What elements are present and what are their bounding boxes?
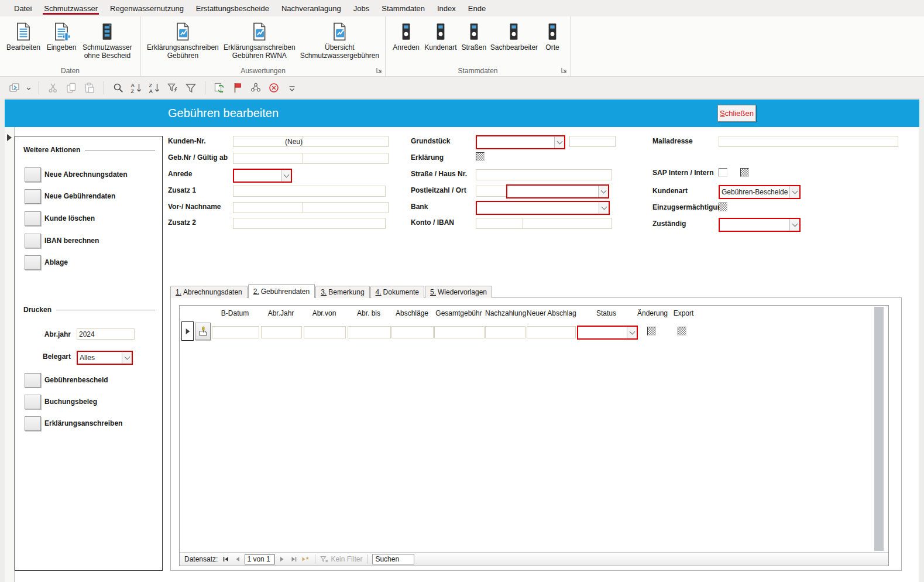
abr-bis-cell[interactable] xyxy=(348,326,391,338)
geb-nr-field[interactable] xyxy=(233,153,305,164)
tab-wiedervorlagen[interactable]: 5.Wiedervorlagen xyxy=(425,286,492,298)
cut-icon[interactable] xyxy=(47,81,60,94)
erklaerungsanschreiben-button[interactable] xyxy=(25,416,41,431)
bank-combobox[interactable] xyxy=(476,201,610,215)
nachzahlung-cell[interactable] xyxy=(485,326,525,338)
export-checkbox[interactable] xyxy=(678,327,686,335)
ablage-button[interactable] xyxy=(25,255,41,270)
zusatz2-field[interactable] xyxy=(233,218,386,229)
grundstueck-combobox[interactable] xyxy=(476,135,565,149)
chevron-down-icon[interactable] xyxy=(789,219,799,231)
nachname-field[interactable] xyxy=(303,202,389,213)
close-button[interactable]: Schließen xyxy=(717,105,756,122)
eingeben-button[interactable]: Eingeben xyxy=(43,19,80,53)
schmutzwasser-ohne-bescheid-button[interactable]: Schmutzwasserohne Bescheid xyxy=(80,19,135,61)
abr-jahr-field[interactable]: 2024 xyxy=(77,328,135,340)
new-record-button[interactable] xyxy=(301,554,310,564)
zusatz1-field[interactable] xyxy=(233,186,386,197)
pin-row-button[interactable] xyxy=(195,323,211,340)
tab-dokumente[interactable]: 4.Dokumente xyxy=(370,286,424,298)
tab-gebuehrendaten[interactable]: 2.Gebührendaten xyxy=(248,284,315,298)
gueltig-ab-field[interactable] xyxy=(303,153,389,164)
b-datum-cell[interactable] xyxy=(212,326,259,338)
kundenart-button[interactable]: Kundenart xyxy=(423,19,458,53)
neuer-abschlag-cell[interactable] xyxy=(527,326,576,338)
kunden-nr-field[interactable]: (Neu) xyxy=(233,136,305,147)
chevron-down-icon[interactable] xyxy=(281,170,291,182)
filter-status[interactable]: Kein Filter xyxy=(320,555,362,563)
menu-item-nachveranlagung[interactable]: Nachveranlagung xyxy=(280,2,342,15)
menu-item-index[interactable]: Index xyxy=(436,2,457,15)
abschlaege-cell[interactable] xyxy=(391,326,434,338)
uebersicht-schmutzwassergebuehren-button[interactable]: ÜbersichtSchmutzwassergebühren xyxy=(298,19,382,61)
last-record-button[interactable] xyxy=(289,554,298,564)
more-commands-icon[interactable] xyxy=(286,81,298,94)
horizontal-scrollbar[interactable] xyxy=(417,553,888,566)
erklaerungsanschreiben-gebuehren-button[interactable]: ErklärungsanschreibenGebühren xyxy=(145,19,221,61)
previous-record-button[interactable] xyxy=(233,554,242,564)
grundstueck-nr-field[interactable] xyxy=(569,136,616,147)
neue-gebuehrendaten-button[interactable] xyxy=(25,189,41,204)
cancel-icon[interactable] xyxy=(267,81,280,94)
menu-item-schmutzwasser[interactable]: Schmutzwasser xyxy=(43,2,99,15)
dependencies-icon[interactable] xyxy=(249,81,262,94)
strasse-field[interactable] xyxy=(476,169,612,180)
copy-icon[interactable] xyxy=(65,81,78,94)
menu-item-regenwassernutzung[interactable]: Regenwassernutzung xyxy=(109,2,185,15)
erklaerung-checkbox[interactable] xyxy=(476,152,485,161)
flag-icon[interactable] xyxy=(231,81,244,94)
sort-ascending-icon[interactable] xyxy=(130,81,143,94)
vorname-field[interactable] xyxy=(233,202,304,213)
chevron-down-icon[interactable] xyxy=(599,202,609,214)
anrede-combobox[interactable] xyxy=(233,169,292,183)
record-search-input[interactable]: Suchen xyxy=(372,554,414,564)
paste-icon[interactable] xyxy=(83,81,96,94)
row-selector[interactable] xyxy=(181,321,194,341)
dialog-launcher-icon[interactable] xyxy=(376,67,383,74)
sap-intern-checkbox[interactable] xyxy=(719,168,727,177)
aenderung-checkbox[interactable] xyxy=(647,327,656,335)
orte-button[interactable]: Orte xyxy=(538,19,566,53)
chevron-down-icon[interactable] xyxy=(789,186,799,198)
first-record-button[interactable] xyxy=(221,554,231,564)
chevron-down-icon[interactable] xyxy=(598,186,608,197)
kunde-loeschen-button[interactable] xyxy=(25,211,41,226)
next-record-button[interactable] xyxy=(277,554,287,564)
plz-field[interactable] xyxy=(476,186,509,197)
buchungsbeleg-button[interactable] xyxy=(25,395,41,409)
chevron-down-icon[interactable] xyxy=(122,352,132,364)
belegart-combobox[interactable]: Alles xyxy=(77,351,133,365)
filter-advanced-icon[interactable] xyxy=(166,81,179,94)
sachbearbeiter-button[interactable]: Sachbearbeiter xyxy=(490,19,538,53)
bearbeiten-button[interactable]: Bearbeiten xyxy=(4,19,43,53)
menu-item-erstattungsbescheide[interactable]: Erstattungsbescheide xyxy=(195,2,270,15)
chevron-down-icon[interactable] xyxy=(554,136,564,148)
gesamtgebuehr-cell[interactable] xyxy=(434,326,485,338)
chevron-down-icon[interactable] xyxy=(26,83,31,93)
einzugsermaechtigung-checkbox[interactable] xyxy=(719,203,727,211)
strassen-button[interactable]: Straßen xyxy=(458,19,490,53)
erklaerungsanschreiben-rwna-button[interactable]: ErklärungsanschreibenGebühren RWNA xyxy=(221,19,298,61)
neue-abrechnungsdaten-button[interactable] xyxy=(25,167,41,182)
search-icon[interactable] xyxy=(112,81,125,94)
mailadresse-field[interactable] xyxy=(719,136,898,147)
menu-item-ende[interactable]: Ende xyxy=(467,2,487,15)
filter-icon[interactable] xyxy=(184,81,197,94)
dialog-launcher-icon[interactable] xyxy=(561,67,568,74)
intern-checkbox[interactable] xyxy=(740,168,749,177)
gebuehrenbescheid-button[interactable] xyxy=(25,373,41,388)
menu-item-jobs[interactable]: Jobs xyxy=(352,2,370,15)
sort-descending-icon[interactable] xyxy=(148,81,161,94)
menu-item-datei[interactable]: Datei xyxy=(13,2,33,15)
kunden-nr-field-2[interactable] xyxy=(303,136,389,147)
abr-jahr-cell[interactable] xyxy=(261,326,302,338)
vertical-scrollbar[interactable] xyxy=(874,307,884,551)
iban-field[interactable] xyxy=(523,218,612,229)
form-switch-icon[interactable] xyxy=(8,81,21,94)
abr-von-cell[interactable] xyxy=(304,326,346,338)
kundenart-combobox[interactable]: Gebühren-Bescheide xyxy=(719,185,801,199)
record-position[interactable]: 1 von 1 xyxy=(245,554,275,564)
tab-bemerkung[interactable]: 3.Bemerkung xyxy=(315,286,369,298)
zustaendig-combobox[interactable] xyxy=(719,218,801,232)
iban-berechnen-button[interactable] xyxy=(25,234,41,248)
